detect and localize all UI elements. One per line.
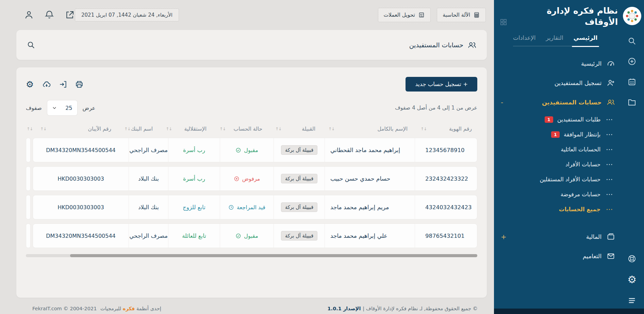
cell-independence: رب أسرة xyxy=(168,138,220,162)
calendar-icon[interactable] xyxy=(627,77,637,86)
export-icon[interactable] xyxy=(59,80,67,89)
table-row[interactable]: 98765432101 علي إبراهيم محمد ماجد قبييلة… xyxy=(26,224,477,248)
sidebar-item-beneficiary-accounts[interactable]: حسابات المستفيدين - xyxy=(497,93,618,112)
cell-name: إبراهيم محمد ماجد القحطاني xyxy=(325,138,415,162)
search-input[interactable] xyxy=(35,30,409,60)
sidebar-item-finance[interactable]: المالية + xyxy=(497,227,618,246)
currency-conversion-button[interactable]: تحويل العملات xyxy=(378,8,431,22)
sidebar-item-register-beneficiaries[interactable]: تسجيل المستفيدين xyxy=(497,73,618,93)
table-settings-gear-icon[interactable]: ⚙ xyxy=(26,80,35,89)
sort-icon: ↓↑ xyxy=(166,127,172,131)
cell-id: 232432423322 xyxy=(415,167,477,191)
support-lifebuoy-icon[interactable] xyxy=(627,254,637,263)
users-icon xyxy=(467,40,477,50)
date-display[interactable]: الأربعاء, 24 شعبان 1442, 07 ابريل 2021 xyxy=(75,9,179,21)
new-account-button[interactable]: + تسجيل حساب جديد xyxy=(406,77,477,92)
tribe-chip: قبييلة آل بركة xyxy=(281,174,317,183)
cloud-download-icon[interactable] xyxy=(42,80,51,89)
results-summary: عرض من 1 إلى 4 من أصل 4 صفوف xyxy=(395,105,477,111)
dots-icon: ⋯ xyxy=(606,176,613,183)
menu-hamburger-icon[interactable] xyxy=(627,296,637,305)
column-header-stub[interactable]: ↓↑ xyxy=(26,127,33,131)
accounts-table-card: + تسجيل حساب جديد ⚙ عرض من 1 إلى 4 من أص… xyxy=(16,67,487,298)
sidebar-subitem-individual-accounts[interactable]: ⋯ حسابات الأفراد xyxy=(497,157,618,172)
cell-name: علي إبراهيم محمد ماجد xyxy=(325,224,415,248)
share-icon[interactable] xyxy=(65,10,75,20)
table-header: رقم الهوية↓↑ الإسم بالكامل↓↑ القبيلة↓↑ ح… xyxy=(26,120,477,138)
sidebar-subitem-awaiting-approval[interactable]: ⋯ بإنتظار الموافقة 1 xyxy=(497,127,618,142)
expand-plus-icon[interactable]: + xyxy=(501,233,507,240)
dots-icon: ⋯ xyxy=(606,146,613,153)
brand-credit: إحدى أنظمة فكره للبرمجيات FekraIT.com © … xyxy=(32,306,161,311)
sidebar-subitem-rejected-accounts[interactable]: ⋯ حسابات مرفوضة xyxy=(497,187,618,202)
calculator-icon xyxy=(473,12,480,18)
sidebar-item-circulars[interactable]: التعاميم xyxy=(497,246,618,266)
sort-icon: ↓↑ xyxy=(275,127,281,131)
sidebar-icon-rail: ⚙ xyxy=(620,0,644,314)
cell-status: مرفوض xyxy=(220,167,274,191)
tab-reports[interactable]: التقارير xyxy=(546,34,563,41)
count-badge: 1 xyxy=(545,116,553,123)
topbar: الآلة الحاسبة تحويل العملات الأربعاء, 24… xyxy=(0,0,494,30)
user-plus-icon xyxy=(607,79,615,87)
dots-icon: ⋯ xyxy=(606,191,613,198)
sort-icon: ↓↑ xyxy=(124,127,130,131)
collapse-minus-icon[interactable]: - xyxy=(501,99,503,106)
dots-icon: ⋯ xyxy=(606,206,613,213)
clock-icon xyxy=(228,204,234,210)
table-row[interactable]: 4324032432423 مريم إبراهيم محمد ماجد قبي… xyxy=(26,195,477,219)
page-size-select[interactable]: 25 xyxy=(47,100,77,115)
column-header-bank[interactable]: اسم البنك↓↑ xyxy=(119,126,158,132)
user-profile-icon[interactable] xyxy=(24,10,34,20)
apps-grid-icon[interactable] xyxy=(499,18,508,26)
check-circle-icon xyxy=(235,147,241,153)
sort-icon: ↓↑ xyxy=(219,127,226,131)
cell-iban: HKD0030303003 xyxy=(33,195,129,219)
sort-icon: ↓↑ xyxy=(420,127,427,131)
search-icon[interactable] xyxy=(27,40,35,49)
row-overflow-sliver xyxy=(26,138,31,162)
column-header-independence[interactable]: الإستقلالية↓↑ xyxy=(160,126,212,132)
copyright-text: © جميع الحقوق محفوظة, لـ نظام فكره لإدار… xyxy=(328,306,478,311)
sidebar-subitem-family-accounts[interactable]: ⋯ الحسابات العائلية xyxy=(497,142,618,157)
sidebar-tabs: الرئيسي التقارير الإعدادات xyxy=(513,34,599,46)
folder-icon[interactable] xyxy=(627,98,637,107)
app-title: نظام فكره لإدارة الأوقاف xyxy=(528,5,618,28)
cell-tribe: قبييلة آل بركة xyxy=(274,195,325,219)
column-header-id[interactable]: رقم الهوية↓↑ xyxy=(415,126,477,132)
column-header-name[interactable]: الإسم بالكامل↓↑ xyxy=(323,126,413,132)
settings-gear-icon[interactable]: ⚙ xyxy=(627,275,637,285)
cell-status: مقبول xyxy=(220,138,274,162)
main-area: الآلة الحاسبة تحويل العملات الأربعاء, 24… xyxy=(0,0,494,314)
column-header-iban[interactable]: رقم الآيبان↓↑ xyxy=(35,126,117,132)
sidebar-subitem-independent-individual-accounts[interactable]: ⋯ حسابات الأفراد المستقلين xyxy=(497,172,618,187)
wallet-icon xyxy=(607,232,615,241)
sidebar-item-home[interactable]: الرئيسية xyxy=(497,54,618,73)
notifications-bell-icon[interactable] xyxy=(44,10,54,20)
tab-main[interactable]: الرئيسي xyxy=(574,34,598,41)
column-header-status[interactable]: حالة الحساب↓↑ xyxy=(214,126,268,132)
cell-bank: بنك البلاد xyxy=(129,195,168,219)
search-icon[interactable] xyxy=(627,36,637,46)
table-row[interactable]: 232432423322 حسام حمدي حسن حبيب قبييلة آ… xyxy=(26,166,477,191)
column-header-tribe[interactable]: القبيلة↓↑ xyxy=(270,126,321,132)
users-icon xyxy=(607,98,615,106)
table-row[interactable]: 12345678910 إبراهيم محمد ماجد القحطاني ق… xyxy=(26,138,477,162)
sidebar-subitem-beneficiary-requests[interactable]: ⋯ طلبات المستفيدين 1 xyxy=(497,112,618,127)
version-label: الإصدار 1.0.1 xyxy=(328,306,361,311)
sidebar-subitem-all-accounts[interactable]: ⋯ جميع الحسابات xyxy=(497,202,618,217)
plus-circle-icon[interactable] xyxy=(627,57,637,66)
horizontal-scrollbar-thumb[interactable] xyxy=(70,254,477,257)
sort-icon: ↓↑ xyxy=(40,127,46,131)
page-title: حسابات المستفيدين xyxy=(409,40,477,50)
tab-settings[interactable]: الإعدادات xyxy=(513,34,536,41)
cell-id: 98765432101 xyxy=(415,224,477,248)
cell-bank: مصرف الراجحي xyxy=(129,138,168,162)
sidebar: ⚙ نظام فكره لإدارة الأوقاف الرئيسي التقا… xyxy=(494,0,644,314)
sidebar-menu: نظام فكره لإدارة الأوقاف الرئيسي التقاري… xyxy=(494,0,620,314)
count-badge: 1 xyxy=(551,131,560,138)
print-icon[interactable] xyxy=(75,80,84,89)
tribe-chip: قبييلة آل بركة xyxy=(281,231,317,241)
calculator-button[interactable]: الآلة الحاسبة xyxy=(437,8,486,22)
show-label: عرض xyxy=(83,105,96,111)
